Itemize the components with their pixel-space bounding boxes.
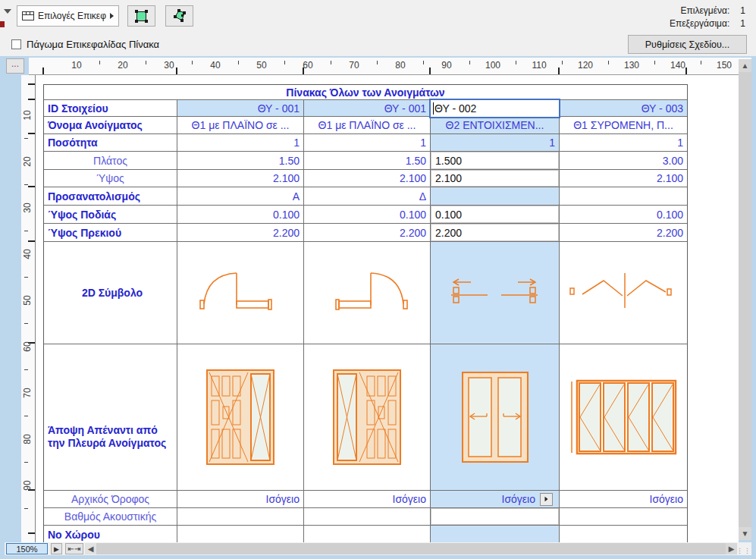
table-row-2d-symbol: 2D Σύμβολο xyxy=(44,242,687,344)
folding-door-plan-icon xyxy=(567,267,679,319)
cell-qty-2[interactable]: 1 xyxy=(304,134,431,151)
cell-room-1[interactable] xyxy=(177,526,304,543)
vertical-scroll-track[interactable] xyxy=(739,72,751,527)
marquee-square-button[interactable] xyxy=(127,5,155,27)
id-cell-edit-field[interactable]: ΘΥ - 002 xyxy=(429,99,560,118)
cell-storey-1[interactable]: Ισόγειο xyxy=(177,491,304,507)
scroll-right-icon[interactable]: ▶ xyxy=(726,543,737,554)
door-swing-right-icon xyxy=(322,267,413,319)
cell-width-2[interactable]: 1.50 xyxy=(304,152,431,169)
horizontal-scrollbar[interactable]: ◀ ▶ xyxy=(85,543,737,554)
cell-width-4[interactable]: 3.00 xyxy=(560,152,687,169)
storey-value: Ισόγειο xyxy=(502,493,535,505)
cell-acoustic-3-edit[interactable] xyxy=(431,508,560,525)
cell-symbol-3[interactable] xyxy=(431,242,560,344)
cell-room-2[interactable] xyxy=(304,526,431,543)
cell-width-3-edit[interactable]: 1.500 xyxy=(431,152,560,169)
cell-sill-1[interactable]: 0.100 xyxy=(177,206,304,223)
cell-elevation-1[interactable] xyxy=(177,344,304,490)
row-label-acoustic: Βαθμός Ακουστικής xyxy=(44,508,177,525)
cell-width-1[interactable]: 1.50 xyxy=(177,152,304,169)
zoom-menu-button[interactable]: ▶ xyxy=(51,543,62,554)
cell-orientation-3[interactable] xyxy=(431,187,560,205)
cell-height-4[interactable]: 2.100 xyxy=(560,170,687,187)
header-options-label: Επιλογές Επικεφα... xyxy=(38,11,106,21)
row-label-orientation: Προσανατολισμός xyxy=(44,187,177,205)
cell-acoustic-2[interactable] xyxy=(304,508,431,525)
editable-label: Επεξεργάσιμα: xyxy=(670,17,729,30)
door-swing-left-icon xyxy=(195,267,286,319)
cell-qty-3[interactable]: 1 xyxy=(431,134,560,151)
zoom-level-box[interactable]: 150% xyxy=(6,543,48,554)
row-label-width: Πλάτος xyxy=(44,152,177,169)
scroll-down-icon[interactable]: ▼ xyxy=(739,527,751,540)
cell-storey-2[interactable]: Ισόγειο xyxy=(304,491,431,507)
cell-id-1[interactable]: ΘΥ - 001 xyxy=(177,100,304,116)
sliding-door-plan-icon xyxy=(442,267,548,319)
cell-lintel-1[interactable]: 2.200 xyxy=(177,224,304,241)
cell-room-4[interactable] xyxy=(560,526,687,543)
vertical-scrollbar[interactable]: ▲ ▼ xyxy=(739,59,751,540)
cell-symbol-2[interactable] xyxy=(304,242,431,344)
cell-id-4[interactable]: ΘΥ - 003 xyxy=(560,100,687,116)
cell-lintel-4[interactable]: 2.200 xyxy=(560,224,687,241)
cell-sill-4[interactable]: 0.100 xyxy=(560,206,687,223)
cell-symbol-1[interactable] xyxy=(177,242,304,344)
cell-acoustic-1[interactable] xyxy=(177,508,304,525)
cell-lintel-2[interactable]: 2.200 xyxy=(304,224,431,241)
drawing-settings-label: Ρυθμίσεις Σχεδίου... xyxy=(645,39,729,50)
text-caret xyxy=(433,102,434,115)
cell-room-3[interactable] xyxy=(431,526,560,543)
cell-elevation-2[interactable] xyxy=(304,344,431,490)
cell-orientation-1[interactable]: Α xyxy=(177,187,304,205)
cell-sill-3-edit[interactable]: 0.100 xyxy=(431,206,560,223)
cell-elevation-4[interactable] xyxy=(560,344,687,490)
cell-symbol-4[interactable] xyxy=(560,242,687,344)
ruler-guide-tick xyxy=(28,83,35,85)
cell-name-3[interactable]: Θ2 ΕΝΤΟΙΧΙΣΜΕΝ... xyxy=(431,117,560,133)
vertical-ruler[interactable]: 102030405060708090 xyxy=(21,75,35,546)
table-row: ID Στοιχείου ΘΥ - 001 ΘΥ - 001 ΘΥ - 003 xyxy=(44,100,687,117)
row-label-room-no: Νο Χώρου xyxy=(44,526,177,543)
fit-width-button[interactable]: ⇤⇥ xyxy=(65,543,83,554)
row-label-lintel: Ύψος Πρεκιού xyxy=(44,224,177,241)
cell-qty-4[interactable]: 1 xyxy=(560,134,687,151)
cell-id-2[interactable]: ΘΥ - 001 xyxy=(304,100,431,116)
freeze-header-label: Πάγωμα Επικεφαλίδας Πίνακα xyxy=(27,39,159,50)
cell-name-2[interactable]: Θ1 με ΠΛΑΪΝΟ σε ... xyxy=(304,117,431,133)
cell-storey-3[interactable]: Ισόγειο xyxy=(431,491,560,507)
freeze-header-option[interactable]: Πάγωμα Επικεφαλίδας Πίνακα xyxy=(11,39,159,50)
cell-storey-4[interactable]: Ισόγειο xyxy=(560,491,687,507)
dock-indicator xyxy=(0,21,5,27)
cell-height-1[interactable]: 2.100 xyxy=(177,170,304,187)
table-header-icon xyxy=(22,11,34,20)
horizontal-ruler[interactable]: 102030405060708090100110120130140150 xyxy=(29,58,751,75)
cell-qty-1[interactable]: 1 xyxy=(177,134,304,151)
cell-lintel-3-edit[interactable]: 2.200 xyxy=(431,224,560,241)
selected-label: Επιλεγμένα: xyxy=(680,5,729,17)
cell-orientation-2[interactable]: Δ xyxy=(304,187,431,205)
cell-name-1[interactable]: Θ1 με ΠΛΑΪΝΟ σε ... xyxy=(177,117,304,133)
cell-orientation-4[interactable] xyxy=(560,187,687,205)
ruler-options-button[interactable]: ... xyxy=(6,58,24,74)
cell-height-3-edit[interactable]: 2.100 xyxy=(431,170,560,187)
cell-name-4[interactable]: Θ1 ΣΥΡΟΜΕΝΗ, Π... xyxy=(560,117,687,133)
drawing-settings-button[interactable]: Ρυθμίσεις Σχεδίου... xyxy=(628,35,747,54)
cell-elevation-3[interactable] xyxy=(431,344,560,490)
ruler-more-label: ... xyxy=(11,61,19,67)
table-row: Ύψος Πρεκιού 2.200 2.200 2.200 2.200 xyxy=(44,224,687,242)
palette-menu-icon[interactable] xyxy=(4,9,11,14)
cell-acoustic-4[interactable] xyxy=(560,508,687,525)
header-options-button[interactable]: Επιλογές Επικεφα... xyxy=(17,5,119,27)
toolbar: Επιλογές Επικεφα... Επιλεγμένα:1 Επεξεργ… xyxy=(0,0,756,56)
scroll-left-icon[interactable]: ◀ xyxy=(85,543,96,554)
freeze-header-checkbox[interactable] xyxy=(11,39,21,49)
table-row: Ποσότητα 1 1 1 1 xyxy=(44,134,687,152)
storey-popup-button[interactable] xyxy=(540,493,553,506)
resize-grip[interactable]: ⋮⋮ xyxy=(739,543,751,554)
scroll-up-icon[interactable]: ▲ xyxy=(739,59,751,72)
cell-sill-2[interactable]: 0.100 xyxy=(304,206,431,223)
ruler-guide-tick xyxy=(28,240,35,242)
marquee-polygon-button[interactable] xyxy=(165,5,193,27)
cell-height-2[interactable]: 2.100 xyxy=(304,170,431,187)
